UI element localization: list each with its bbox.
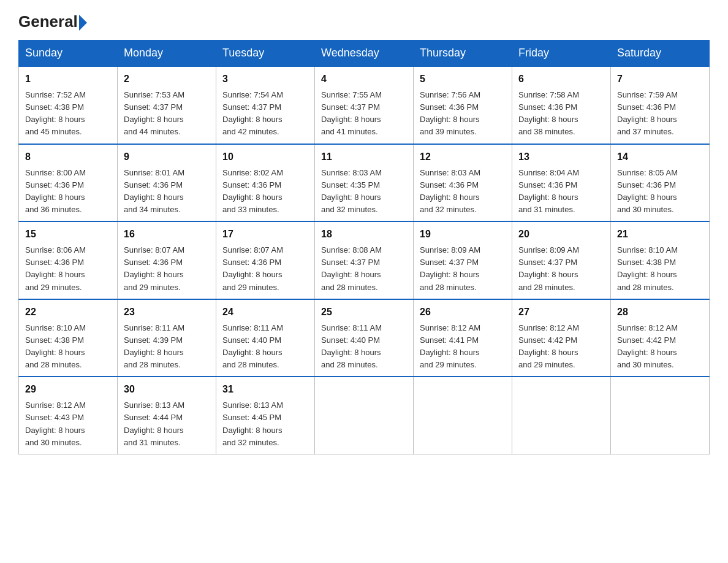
day-number: 21 bbox=[617, 227, 703, 242]
day-info: Sunrise: 8:03 AMSunset: 4:35 PMDaylight:… bbox=[321, 167, 407, 216]
header-cell-friday: Friday bbox=[512, 40, 611, 67]
calendar-cell: 8Sunrise: 8:00 AMSunset: 4:36 PMDaylight… bbox=[19, 144, 118, 222]
day-info: Sunrise: 8:00 AMSunset: 4:36 PMDaylight:… bbox=[25, 167, 111, 216]
calendar-cell: 20Sunrise: 8:09 AMSunset: 4:37 PMDayligh… bbox=[512, 221, 611, 299]
day-number: 22 bbox=[25, 305, 111, 320]
calendar-cell: 15Sunrise: 8:06 AMSunset: 4:36 PMDayligh… bbox=[19, 221, 118, 299]
day-number: 20 bbox=[518, 227, 604, 242]
day-info: Sunrise: 7:56 AMSunset: 4:36 PMDaylight:… bbox=[420, 89, 506, 139]
day-info: Sunrise: 8:12 AMSunset: 4:42 PMDaylight:… bbox=[518, 322, 604, 372]
day-info: Sunrise: 8:02 AMSunset: 4:36 PMDaylight:… bbox=[222, 167, 308, 216]
header-row: SundayMondayTuesdayWednesdayThursdayFrid… bbox=[19, 40, 710, 67]
calendar-cell: 25Sunrise: 8:11 AMSunset: 4:40 PMDayligh… bbox=[315, 299, 414, 377]
day-number: 9 bbox=[124, 150, 210, 164]
calendar-cell: 10Sunrise: 8:02 AMSunset: 4:36 PMDayligh… bbox=[216, 144, 315, 222]
logo-arrow-icon bbox=[79, 15, 87, 31]
day-number: 15 bbox=[25, 227, 111, 242]
day-info: Sunrise: 7:54 AMSunset: 4:37 PMDaylight:… bbox=[222, 89, 308, 139]
day-info: Sunrise: 8:07 AMSunset: 4:36 PMDaylight:… bbox=[222, 244, 308, 294]
calendar-body: 1Sunrise: 7:52 AMSunset: 4:38 PMDaylight… bbox=[19, 66, 710, 454]
calendar-cell: 17Sunrise: 8:07 AMSunset: 4:36 PMDayligh… bbox=[216, 221, 315, 299]
calendar-cell: 3Sunrise: 7:54 AMSunset: 4:37 PMDaylight… bbox=[216, 66, 315, 144]
day-info: Sunrise: 8:11 AMSunset: 4:39 PMDaylight:… bbox=[124, 322, 210, 372]
day-number: 18 bbox=[321, 227, 407, 242]
header-cell-tuesday: Tuesday bbox=[216, 40, 315, 67]
calendar-week-row: 1Sunrise: 7:52 AMSunset: 4:38 PMDaylight… bbox=[19, 66, 710, 144]
day-number: 29 bbox=[25, 382, 111, 397]
header-cell-wednesday: Wednesday bbox=[315, 40, 414, 67]
day-number: 28 bbox=[617, 305, 703, 320]
page-header: General bbox=[18, 12, 710, 29]
day-info: Sunrise: 7:59 AMSunset: 4:36 PMDaylight:… bbox=[617, 89, 703, 139]
day-info: Sunrise: 8:09 AMSunset: 4:37 PMDaylight:… bbox=[420, 244, 506, 294]
day-number: 24 bbox=[222, 305, 308, 320]
calendar-cell: 27Sunrise: 8:12 AMSunset: 4:42 PMDayligh… bbox=[512, 299, 611, 377]
calendar-week-row: 8Sunrise: 8:00 AMSunset: 4:36 PMDaylight… bbox=[19, 144, 710, 222]
day-info: Sunrise: 8:04 AMSunset: 4:36 PMDaylight:… bbox=[518, 167, 604, 216]
day-info: Sunrise: 8:11 AMSunset: 4:40 PMDaylight:… bbox=[321, 322, 407, 372]
day-info: Sunrise: 8:07 AMSunset: 4:36 PMDaylight:… bbox=[124, 244, 210, 294]
day-number: 13 bbox=[518, 150, 604, 164]
day-number: 4 bbox=[321, 72, 407, 86]
calendar-cell: 6Sunrise: 7:58 AMSunset: 4:36 PMDaylight… bbox=[512, 66, 611, 144]
calendar-cell: 19Sunrise: 8:09 AMSunset: 4:37 PMDayligh… bbox=[414, 221, 512, 299]
header-cell-saturday: Saturday bbox=[611, 40, 710, 67]
day-info: Sunrise: 8:08 AMSunset: 4:37 PMDaylight:… bbox=[321, 244, 407, 294]
day-number: 12 bbox=[420, 150, 506, 164]
header-cell-monday: Monday bbox=[118, 40, 216, 67]
calendar-cell: 1Sunrise: 7:52 AMSunset: 4:38 PMDaylight… bbox=[19, 66, 118, 144]
calendar-cell: 2Sunrise: 7:53 AMSunset: 4:37 PMDaylight… bbox=[118, 66, 216, 144]
header-cell-sunday: Sunday bbox=[19, 40, 118, 67]
header-cell-thursday: Thursday bbox=[414, 40, 512, 67]
logo: General bbox=[18, 12, 87, 29]
calendar-cell: 26Sunrise: 8:12 AMSunset: 4:41 PMDayligh… bbox=[414, 299, 512, 377]
calendar-cell: 22Sunrise: 8:10 AMSunset: 4:38 PMDayligh… bbox=[19, 299, 118, 377]
day-info: Sunrise: 8:13 AMSunset: 4:45 PMDaylight:… bbox=[222, 399, 308, 449]
day-info: Sunrise: 8:12 AMSunset: 4:43 PMDaylight:… bbox=[25, 399, 111, 449]
calendar-cell: 29Sunrise: 8:12 AMSunset: 4:43 PMDayligh… bbox=[19, 377, 118, 454]
calendar-cell: 4Sunrise: 7:55 AMSunset: 4:37 PMDaylight… bbox=[315, 66, 414, 144]
calendar-cell: 11Sunrise: 8:03 AMSunset: 4:35 PMDayligh… bbox=[315, 144, 414, 222]
calendar-week-row: 15Sunrise: 8:06 AMSunset: 4:36 PMDayligh… bbox=[19, 221, 710, 299]
calendar-cell bbox=[512, 377, 611, 454]
day-info: Sunrise: 7:58 AMSunset: 4:36 PMDaylight:… bbox=[518, 89, 604, 139]
calendar-cell: 23Sunrise: 8:11 AMSunset: 4:39 PMDayligh… bbox=[118, 299, 216, 377]
calendar-cell: 18Sunrise: 8:08 AMSunset: 4:37 PMDayligh… bbox=[315, 221, 414, 299]
calendar-cell: 12Sunrise: 8:03 AMSunset: 4:36 PMDayligh… bbox=[414, 144, 512, 222]
day-number: 11 bbox=[321, 150, 407, 164]
calendar-cell: 28Sunrise: 8:12 AMSunset: 4:42 PMDayligh… bbox=[611, 299, 710, 377]
calendar-table: SundayMondayTuesdayWednesdayThursdayFrid… bbox=[18, 40, 710, 454]
day-info: Sunrise: 8:09 AMSunset: 4:37 PMDaylight:… bbox=[518, 244, 604, 294]
day-number: 10 bbox=[222, 150, 308, 164]
day-number: 23 bbox=[124, 305, 210, 320]
day-info: Sunrise: 7:53 AMSunset: 4:37 PMDaylight:… bbox=[124, 89, 210, 139]
day-number: 19 bbox=[420, 227, 506, 242]
calendar-cell bbox=[315, 377, 414, 454]
calendar-cell: 16Sunrise: 8:07 AMSunset: 4:36 PMDayligh… bbox=[118, 221, 216, 299]
day-number: 5 bbox=[420, 72, 506, 86]
day-number: 16 bbox=[124, 227, 210, 242]
day-number: 17 bbox=[222, 227, 308, 242]
day-number: 30 bbox=[124, 382, 210, 397]
day-info: Sunrise: 8:06 AMSunset: 4:36 PMDaylight:… bbox=[25, 244, 111, 294]
day-number: 3 bbox=[222, 72, 308, 86]
day-info: Sunrise: 8:05 AMSunset: 4:36 PMDaylight:… bbox=[617, 167, 703, 216]
calendar-cell: 5Sunrise: 7:56 AMSunset: 4:36 PMDaylight… bbox=[414, 66, 512, 144]
day-number: 2 bbox=[124, 72, 210, 86]
day-info: Sunrise: 7:55 AMSunset: 4:37 PMDaylight:… bbox=[321, 89, 407, 139]
calendar-header: SundayMondayTuesdayWednesdayThursdayFrid… bbox=[19, 40, 710, 67]
day-info: Sunrise: 8:11 AMSunset: 4:40 PMDaylight:… bbox=[222, 322, 308, 372]
logo-top: General bbox=[18, 12, 87, 31]
day-info: Sunrise: 8:12 AMSunset: 4:42 PMDaylight:… bbox=[617, 322, 703, 372]
calendar-cell: 31Sunrise: 8:13 AMSunset: 4:45 PMDayligh… bbox=[216, 377, 315, 454]
day-info: Sunrise: 7:52 AMSunset: 4:38 PMDaylight:… bbox=[25, 89, 111, 139]
calendar-cell: 13Sunrise: 8:04 AMSunset: 4:36 PMDayligh… bbox=[512, 144, 611, 222]
day-number: 8 bbox=[25, 150, 111, 164]
day-info: Sunrise: 8:10 AMSunset: 4:38 PMDaylight:… bbox=[25, 322, 111, 372]
day-info: Sunrise: 8:01 AMSunset: 4:36 PMDaylight:… bbox=[124, 167, 210, 216]
day-number: 14 bbox=[617, 150, 703, 164]
calendar-week-row: 22Sunrise: 8:10 AMSunset: 4:38 PMDayligh… bbox=[19, 299, 710, 377]
day-number: 27 bbox=[518, 305, 604, 320]
calendar-cell: 24Sunrise: 8:11 AMSunset: 4:40 PMDayligh… bbox=[216, 299, 315, 377]
calendar-cell: 21Sunrise: 8:10 AMSunset: 4:38 PMDayligh… bbox=[611, 221, 710, 299]
